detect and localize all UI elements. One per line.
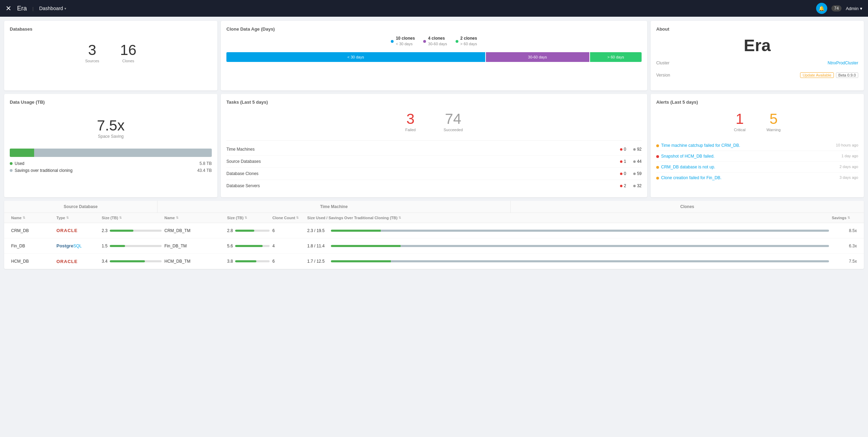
app-logo[interactable]: Era — [17, 5, 27, 12]
legend-dot-over60 — [456, 40, 458, 43]
task-row: Database Clones 0 59 — [226, 168, 642, 180]
sort-icon[interactable]: ⇅ — [245, 216, 247, 220]
close-icon[interactable]: ✕ — [6, 4, 11, 13]
legend-count-over60: 2 clones — [460, 36, 477, 41]
cell-db-size: 3.4 — [100, 255, 163, 267]
db-size-bar — [110, 260, 162, 262]
task-succeeded: 32 — [633, 183, 642, 188]
tasks-stats: 3 Failed 74 Succeeded — [226, 109, 642, 135]
tasks-failed-label: Failed — [405, 128, 416, 132]
cell-db-type: ORACLE — [55, 224, 100, 237]
alert-text[interactable]: Time machine catchup failed for CRM_DB. — [661, 143, 740, 148]
cell-savings-bar: 1.8 / 11.4 — [306, 240, 830, 252]
savings-bar-total — [391, 260, 829, 262]
cell-tm-size: 2.8 — [226, 225, 271, 237]
tm-size-bar — [235, 230, 270, 232]
tm-size-val: 5.6 — [227, 244, 233, 248]
savings-bar-total — [401, 245, 829, 247]
task-succeeded: 59 — [633, 171, 642, 176]
legend-text-60: 4 clones 30-60 days — [428, 36, 447, 47]
cell-tm-size: 5.6 — [226, 240, 271, 252]
version-badge: Beta 0.9.0 — [836, 72, 858, 78]
sort-icon[interactable]: ⇅ — [176, 216, 179, 220]
tm-size-bar-fill — [235, 260, 257, 262]
succeeded-dot-icon — [633, 185, 636, 187]
sort-icon[interactable]: ⇅ — [66, 216, 69, 220]
header-divider: | — [32, 6, 33, 11]
notifications-button[interactable]: 🔔 — [816, 3, 827, 14]
task-name: Database Clones — [226, 171, 620, 176]
db-size-val: 1.5 — [102, 244, 108, 248]
tm-size-bar-fill — [235, 245, 263, 247]
alert-text[interactable]: Clone creation failed for Fin_DB. — [661, 175, 721, 180]
sort-icon[interactable]: ⇅ — [296, 216, 299, 220]
cluster-value[interactable]: NtnxProdCluster — [828, 61, 858, 65]
col-header-savings: Savings ⇅ — [830, 213, 858, 223]
space-saving: 7.5x Space Saving — [10, 109, 212, 144]
warning-dot-icon — [656, 144, 659, 147]
db-size-bar-fill — [110, 230, 134, 232]
alert-left: Time machine catchup failed for CRM_DB. — [656, 143, 740, 148]
middle-row: Data Usage (TB) 7.5x Space Saving Used 5… — [4, 94, 864, 197]
succeeded-dot-icon — [633, 160, 636, 163]
legend-sub-30: < 30 days — [396, 42, 412, 46]
cell-clone-count: 4 — [271, 240, 306, 252]
notification-badge[interactable]: 74 — [831, 5, 842, 11]
failed-dot-icon — [620, 185, 622, 187]
task-row: Source Databases 1 44 — [226, 156, 642, 168]
data-usage-title: Data Usage (TB) — [10, 100, 212, 105]
usage-legend: Used 5.8 TB Savings over traditional clo… — [10, 161, 212, 173]
task-row: Database Servers 2 32 — [226, 180, 642, 192]
warning-dot-icon — [656, 166, 659, 169]
alert-time: 1 day ago — [842, 154, 858, 158]
used-label: Used — [15, 161, 24, 166]
table-row: Fin_DB PostgreSQL 1.5 Fin_DB_TM 5.6 4 1.… — [4, 238, 864, 254]
tm-size-bar — [235, 245, 270, 247]
update-badge[interactable]: Update Available — [800, 72, 834, 78]
table-section-headers: Source Database Time Machine Clones — [4, 201, 864, 213]
oracle-logo: ORACLE — [56, 228, 78, 233]
dashboard-nav[interactable]: Dashboard ▾ — [39, 6, 66, 11]
clone-age-title: Clone Data Age (Days) — [226, 26, 642, 32]
cell-savings-val: 7.5x — [830, 255, 858, 267]
used-value: 5.8 TB — [200, 161, 212, 166]
cell-db-name: CRM_DB — [10, 225, 55, 237]
savings-bar-used — [331, 230, 381, 232]
sort-icon[interactable]: ⇅ — [23, 216, 25, 220]
legend-text-30: 10 clones < 30 days — [396, 36, 415, 47]
sort-icon[interactable]: ⇅ — [398, 216, 401, 220]
legend-item-30: 10 clones < 30 days — [391, 36, 415, 47]
usage-used-left: Used — [10, 161, 24, 166]
sort-icon[interactable]: ⇅ — [119, 216, 122, 220]
admin-menu[interactable]: Admin ▾ — [846, 6, 862, 11]
savings-value: 43.4 TB — [197, 168, 212, 173]
tasks-title: Tasks (Last 5 days) — [226, 100, 642, 105]
legend-text-over60: 2 clones > 60 days — [460, 36, 477, 47]
col-header-db-size: Size (TB) ⇅ — [100, 213, 163, 223]
cell-clone-count: 6 — [271, 255, 306, 267]
tm-size-bar-fill — [235, 230, 255, 232]
alerts-card: Alerts (Last 5 days) 1 Critical 5 Warnin… — [651, 94, 864, 197]
version-badges: Update Available Beta 0.9.0 — [800, 72, 858, 78]
usage-savings-left: Savings over traditional cloning — [10, 168, 72, 173]
task-failed: 0 — [620, 147, 626, 152]
clone-age-card: Clone Data Age (Days) 10 clones < 30 day… — [221, 21, 647, 90]
alert-item: CRM_DB database is not up. 2 days ago — [656, 162, 858, 173]
about-logo: Era — [656, 36, 858, 55]
usage-bar-savings — [34, 149, 212, 157]
failed-dot-icon — [620, 173, 622, 175]
col-header-db-name: Name ⇅ — [10, 213, 55, 223]
section-header-tm: Time Machine — [157, 201, 511, 213]
sort-icon[interactable]: ⇅ — [847, 216, 850, 220]
table-col-headers: Name ⇅ Type ⇅ Size (TB) ⇅ Name ⇅ Size (T… — [4, 213, 864, 223]
databases-title: Databases — [10, 26, 212, 32]
alerts-critical-count: 1 — [734, 112, 746, 126]
failed-dot-icon — [620, 160, 622, 163]
space-saving-value: 7.5x — [10, 117, 212, 134]
task-name: Time Machines — [226, 147, 620, 152]
db-size-val: 2.3 — [102, 228, 108, 233]
clone-bar-60: 30-60 days — [486, 52, 589, 62]
alert-text[interactable]: Snapshot of HCM_DB failed. — [661, 154, 714, 159]
alert-text[interactable]: CRM_DB database is not up. — [661, 165, 715, 169]
cell-tm-name: CRM_DB_TM — [163, 225, 226, 237]
